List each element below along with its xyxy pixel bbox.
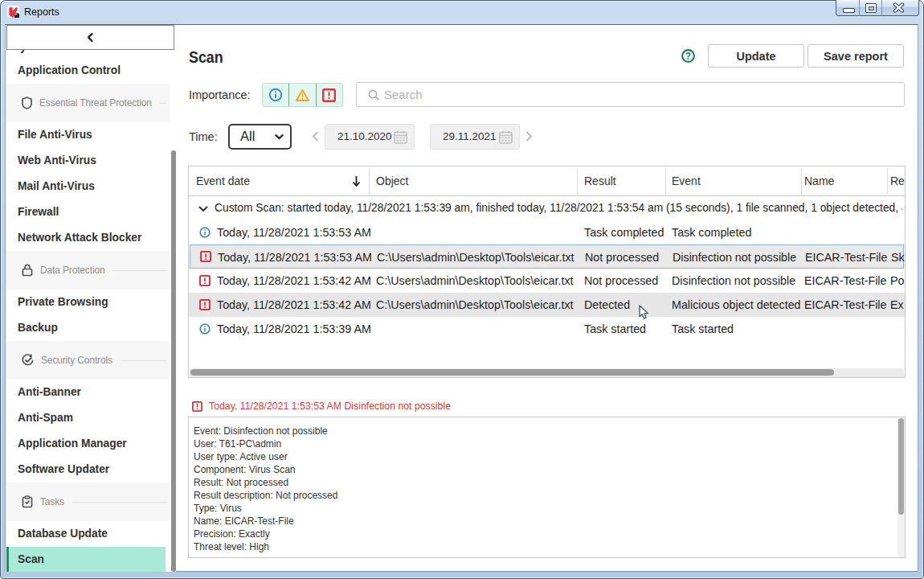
- svg-text:?: ?: [685, 51, 691, 62]
